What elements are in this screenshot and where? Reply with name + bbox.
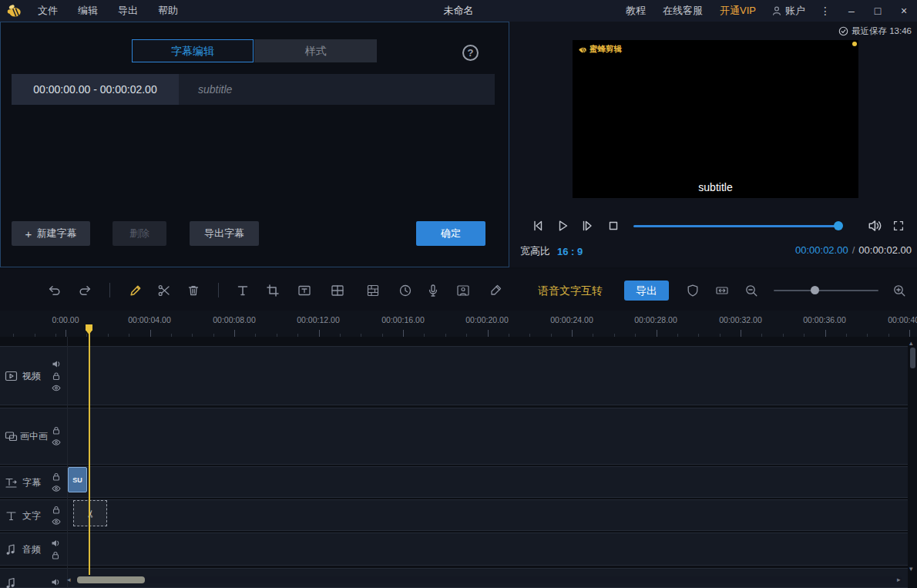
crop-icon[interactable] — [264, 282, 281, 299]
lock-icon[interactable] — [51, 550, 60, 559]
prev-frame-button[interactable] — [530, 218, 546, 234]
export-button[interactable]: 导出 — [624, 281, 669, 301]
aspect-ratio-value[interactable]: 16 : 9 — [557, 246, 583, 257]
track-video[interactable]: 视频 — [0, 346, 908, 405]
ruler-label: 00:00:36.00 — [803, 315, 845, 324]
help-icon[interactable]: ? — [462, 45, 479, 61]
hscroll-thumb[interactable] — [77, 576, 145, 583]
track-pip[interactable]: 画中画 — [0, 408, 908, 465]
volume-icon[interactable] — [867, 217, 884, 234]
split-screen-icon[interactable] — [329, 282, 346, 299]
menu-edit[interactable]: 编辑 — [68, 0, 108, 22]
delete-subtitle-button[interactable]: 删除 — [113, 221, 166, 246]
confirm-button[interactable]: 确定 — [416, 221, 485, 246]
scissors-icon: ✂ — [85, 509, 96, 518]
track-label: 画中画 — [20, 430, 48, 443]
account-button[interactable]: 账户 — [764, 4, 812, 18]
aspect-ratio-row[interactable]: 宽高比 16 : 9 — [520, 244, 583, 258]
zoom-slider-knob[interactable] — [811, 286, 819, 294]
vscroll-down-arrow[interactable]: ▾ — [909, 565, 913, 573]
redo-icon[interactable] — [77, 282, 94, 299]
voice-text-convert-button[interactable]: 语音文字互转 — [538, 284, 603, 298]
app-window: 文件 编辑 导出 帮助 未命名 教程 在线客服 开通VIP 账户 ⋮ – □ ×… — [0, 0, 917, 588]
visibility-eye-icon[interactable] — [51, 438, 62, 447]
subtitle-row[interactable]: 00:00:00.00 - 00:00:02.00 subtitle — [12, 74, 495, 105]
playhead-line[interactable] — [89, 324, 90, 575]
hscroll-right-arrow[interactable]: ▸ — [897, 576, 901, 583]
mute-icon[interactable] — [51, 578, 60, 586]
mosaic-icon[interactable] — [364, 282, 381, 299]
visibility-eye-icon[interactable] — [51, 384, 62, 392]
hscroll-track[interactable] — [76, 576, 902, 583]
play-button[interactable] — [555, 218, 570, 234]
split-scissors-icon[interactable] — [156, 282, 173, 299]
duration-clock-icon[interactable] — [397, 282, 414, 299]
lock-icon[interactable] — [52, 505, 61, 514]
subtitle-clip[interactable]: SU — [68, 467, 87, 492]
aspect-ratio-label: 宽高比 — [520, 244, 550, 258]
playback-slider[interactable] — [633, 225, 840, 227]
track-text[interactable]: 文字 — [0, 499, 908, 531]
subtitle-time-range[interactable]: 00:00:00.00 - 00:00:02.00 — [12, 74, 179, 105]
text-tool-icon[interactable] — [234, 282, 251, 299]
record-audio-icon[interactable] — [425, 282, 442, 299]
clip-paste-target[interactable]: ✂ — [73, 500, 107, 526]
playback-slider-knob[interactable] — [834, 221, 843, 230]
audio-track-icon — [5, 543, 18, 556]
portrait-cutout-icon[interactable] — [455, 282, 472, 299]
zoom-slider[interactable] — [774, 290, 878, 291]
minimize-button[interactable]: – — [838, 0, 865, 22]
close-button[interactable]: × — [891, 0, 917, 22]
subtitle-text-input[interactable]: subtitle — [179, 74, 495, 105]
tab-style[interactable]: 样式 — [254, 39, 377, 62]
video-preview[interactable]: 蜜蜂剪辑 subtitle — [573, 40, 858, 198]
track-audio[interactable]: 音频 — [0, 533, 908, 566]
shield-icon[interactable] — [684, 282, 701, 299]
stop-button[interactable] — [606, 218, 621, 234]
selection-handle-dot[interactable] — [852, 42, 857, 46]
fullscreen-icon[interactable] — [892, 219, 905, 233]
visibility-eye-icon[interactable] — [51, 517, 62, 526]
menu-export[interactable]: 导出 — [108, 0, 148, 22]
ruler-label: 0:00.00 — [52, 315, 79, 324]
new-subtitle-button[interactable]: + 新建字幕 — [12, 221, 90, 246]
lock-icon[interactable] — [52, 426, 61, 435]
more-menu-button[interactable]: ⋮ — [812, 5, 838, 17]
subtitle-overlay[interactable]: subtitle — [573, 181, 858, 193]
next-frame-button[interactable] — [579, 218, 595, 234]
mute-icon[interactable] — [51, 539, 60, 547]
tab-subtitle-edit[interactable]: 字幕编辑 — [132, 39, 254, 62]
export-subtitle-button[interactable]: 导出字幕 — [190, 221, 259, 246]
edit-pencil-icon[interactable] — [127, 282, 144, 299]
track-label: 音频 — [22, 543, 41, 556]
lock-icon[interactable] — [52, 472, 61, 481]
undo-icon[interactable] — [45, 282, 62, 299]
ruler-major-ticks — [0, 330, 917, 337]
visibility-eye-icon[interactable] — [51, 484, 62, 492]
timeline-ruler[interactable]: 0:00.00 00:00:04.00 00:00:08.00 00:00:12… — [0, 311, 917, 337]
support-link[interactable]: 在线客服 — [654, 0, 711, 22]
video-track-icon — [5, 369, 18, 382]
fit-timeline-icon[interactable] — [714, 282, 731, 299]
lock-icon[interactable] — [52, 371, 61, 381]
time-separator: / — [848, 244, 859, 256]
saved-label: 最近保存 13:46 — [852, 25, 912, 37]
zoom-in-icon[interactable] — [891, 282, 908, 299]
hscroll-left-arrow[interactable]: ◂ — [67, 576, 71, 583]
chroma-key-icon[interactable] — [487, 282, 504, 299]
track-subtitle[interactable]: 字幕 — [0, 466, 908, 498]
timeline-tracks: 视频 画中画 字幕 — [0, 337, 917, 588]
zoom-out-icon[interactable] — [743, 282, 760, 299]
delete-trash-icon[interactable] — [185, 282, 202, 299]
tutorial-link[interactable]: 教程 — [617, 0, 654, 22]
menu-file[interactable]: 文件 — [28, 0, 68, 22]
subtitle-track-icon — [5, 475, 18, 489]
titlebar: 文件 编辑 导出 帮助 未命名 教程 在线客服 开通VIP 账户 ⋮ – □ × — [0, 0, 917, 22]
vscroll-thumb[interactable] — [910, 348, 915, 368]
menu-help[interactable]: 帮助 — [148, 0, 188, 22]
vip-link[interactable]: 开通VIP — [711, 0, 764, 22]
caption-frame-icon[interactable] — [296, 282, 313, 299]
maximize-button[interactable]: □ — [865, 0, 891, 22]
mute-icon[interactable] — [52, 360, 61, 368]
vscroll-up-arrow[interactable]: ▴ — [909, 339, 913, 347]
